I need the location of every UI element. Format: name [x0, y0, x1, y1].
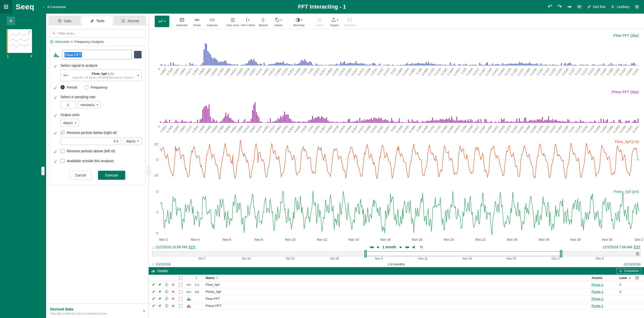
edit-item-button[interactable]	[152, 297, 155, 301]
refresh-icon[interactable]: ↻	[420, 245, 423, 250]
row-checkbox[interactable]	[179, 304, 182, 308]
send-item-button[interactable]	[158, 304, 162, 308]
remove-item-button[interactable]: ×	[172, 290, 174, 294]
end-timezone-link[interactable]: EST	[634, 245, 640, 249]
remove-item-button[interactable]: ×	[172, 283, 174, 287]
column-name[interactable]: Name	[206, 276, 214, 280]
redo-button[interactable]: ↷	[557, 4, 562, 10]
send-item-button[interactable]	[158, 290, 162, 294]
customize-button[interactable]: Customize	[616, 268, 641, 274]
asset-link[interactable]: Pump 1	[592, 304, 603, 308]
range-right-handle[interactable]	[560, 250, 562, 258]
step-forward-full-button[interactable]: ▶▶	[406, 245, 409, 249]
users-icon[interactable]	[577, 4, 582, 9]
hamburger-menu-icon[interactable]	[634, 4, 639, 9]
tab-data[interactable]: Data	[49, 16, 80, 25]
frequency-radio[interactable]: Frequency	[84, 85, 107, 89]
item-lane: 2	[619, 290, 621, 294]
step-to-end-button[interactable]: ▶▏	[413, 245, 416, 249]
available-outside-checkbox[interactable]	[60, 159, 65, 163]
svg-text:0.5418: 0.5418	[242, 67, 250, 76]
select-all-checkbox[interactable]	[179, 276, 182, 280]
edit-item-button[interactable]	[152, 283, 155, 287]
app-switcher-button[interactable]	[0, 0, 12, 14]
range-left-handle[interactable]	[365, 250, 367, 258]
column-assets[interactable]: Assets	[592, 276, 602, 280]
cancel-button[interactable]: Cancel	[70, 171, 91, 180]
seeq-logo[interactable]: Seeq	[16, 3, 34, 11]
item-info-button[interactable]	[165, 283, 169, 287]
item-info-button[interactable]	[165, 304, 169, 308]
toolbar-chain-button[interactable]: Chain	[189, 16, 205, 27]
toolbar-spread-button[interactable]: Spread	[255, 16, 271, 27]
asset-link[interactable]: Pump 1	[592, 297, 603, 301]
derived-data-footer[interactable]: Derived Data View data created by tools …	[46, 304, 148, 318]
chevron-down-icon: ▾	[301, 18, 302, 21]
signal-select[interactable]: Flow_hpf (L/s) mple-AF » All Areas » Pi …	[60, 69, 142, 81]
sampling-rate-input[interactable]: 2	[60, 101, 76, 109]
execute-button[interactable]: Execute	[98, 171, 125, 180]
trend-chart[interactable]: Flow FFT (day)Press FFT (day)Flow_hpf (L…	[149, 29, 644, 243]
remove-item-button[interactable]: ×	[172, 304, 174, 308]
output-units-select[interactable]: day(s) ▾	[60, 119, 79, 127]
worksheet-chevron-icon[interactable]: ▾	[30, 54, 32, 58]
get-link-button[interactable]: Get link	[587, 5, 605, 9]
sort-icon[interactable]: ⇅	[216, 276, 218, 280]
remove-below-checkbox[interactable]	[60, 131, 65, 135]
remove-above-checkbox[interactable]	[60, 149, 65, 153]
row-checkbox[interactable]	[179, 283, 182, 287]
start-timezone-link[interactable]: EDT	[189, 245, 196, 249]
remove-below-unit-select[interactable]: day(s) ▾	[123, 137, 142, 145]
toolbar-dimming-button[interactable]: ▾Dimming	[291, 16, 306, 27]
sort-icon[interactable]: ⇅	[195, 276, 198, 280]
toolbar-one-y-axis-button[interactable]: One Y-Axis	[240, 16, 255, 27]
present-button[interactable]: ↠	[567, 4, 571, 10]
item-info-button[interactable]	[165, 290, 169, 294]
asset-link[interactable]: Pump 1	[592, 290, 603, 294]
tab-journal[interactable]: Journal	[114, 16, 146, 25]
column-lane[interactable]: Lane	[619, 276, 627, 280]
investigate-range-duration: 2.4 months	[388, 262, 405, 266]
edit-item-button[interactable]	[152, 290, 155, 294]
collapse-rail-handle[interactable]: «	[41, 167, 45, 175]
item-info-button[interactable]	[165, 297, 169, 301]
range-duration-button[interactable]: 1 month	[382, 245, 396, 249]
color-swatch-button[interactable]	[134, 51, 142, 58]
period-radio[interactable]: Period	[60, 85, 77, 89]
toolbar-capsule-button[interactable]: Capsule	[205, 16, 220, 27]
overview-selected-range[interactable]	[366, 252, 561, 256]
home-icon[interactable]	[50, 40, 54, 44]
toolbar-export-button[interactable]: ▾Export	[327, 16, 342, 27]
step-forward-button[interactable]: ▶	[400, 245, 402, 249]
sampling-unit-select[interactable]: minute(s) ▾	[78, 101, 101, 109]
toolbar-calendar-button[interactable]: Calendar	[174, 16, 189, 27]
row-checkbox[interactable]	[179, 297, 182, 301]
add-worksheet-button[interactable]: +	[7, 17, 15, 25]
step-back-button[interactable]: ◀	[377, 245, 379, 249]
range-grid-icon[interactable]	[636, 252, 639, 256]
tab-tools[interactable]: Tools	[81, 16, 113, 25]
toolbar-labels-button[interactable]: ▾Labels	[271, 16, 286, 27]
undo-button[interactable]: ↶	[548, 4, 552, 10]
trend-view-button[interactable]: ▾	[155, 16, 169, 27]
user-menu[interactable]: Lindsey	[610, 5, 629, 9]
edit-worksheet-icon[interactable]	[28, 30, 31, 33]
edit-item-button[interactable]	[152, 304, 155, 308]
details-chart-icon	[151, 269, 155, 273]
collapse-panel-handle[interactable]: «	[147, 167, 150, 175]
step-back-full-button[interactable]: ◀◀	[369, 245, 373, 249]
remove-item-button[interactable]: ×	[172, 297, 174, 301]
worksheet-thumbnail[interactable]	[7, 29, 32, 53]
send-item-button[interactable]	[158, 297, 162, 301]
breadcrumb-overview-link[interactable]: Overview	[55, 40, 69, 44]
result-name-input[interactable]: Flow FFT	[62, 50, 132, 59]
overview-track[interactable]	[152, 251, 640, 256]
row-checkbox[interactable]	[179, 290, 182, 294]
filter-tools-input[interactable]	[58, 31, 143, 35]
toolbar-one-lane-button[interactable]: One Lane	[225, 16, 240, 27]
send-item-button[interactable]	[158, 283, 162, 287]
svg-text:0.1264: 0.1264	[536, 67, 543, 76]
asset-link[interactable]: Pump 1	[592, 283, 603, 287]
remove-below-input[interactable]: 0.1	[60, 137, 121, 145]
table-config-icon[interactable]	[635, 276, 639, 280]
